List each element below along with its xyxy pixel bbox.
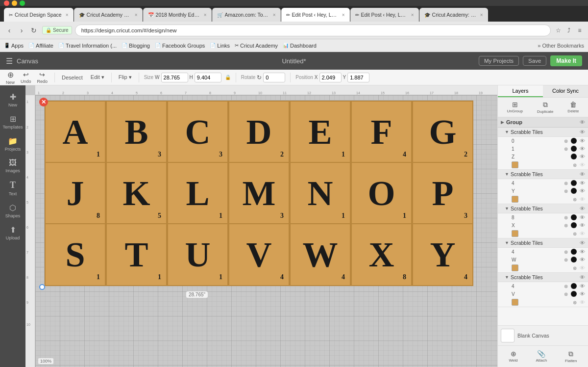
- flip-button[interactable]: Flip ▾: [117, 73, 134, 81]
- deselect-button[interactable]: Deselect: [60, 74, 85, 81]
- traffic-light-red[interactable]: [4, 0, 9, 6]
- layer-item-Z[interactable]: Z 👁: [498, 153, 588, 160]
- tab-editorial[interactable]: 📅 2018 Monthly Editorial... ×: [143, 8, 212, 22]
- tab-edit-post-active[interactable]: ✏ Edit Post ‹ Hey, Let's Make S... ×: [281, 8, 350, 22]
- layer-item-4a[interactable]: 4 ⊗ 👁: [498, 179, 588, 187]
- width-input[interactable]: [161, 73, 188, 82]
- duplicate-button[interactable]: ⧉ Duplicate: [535, 100, 555, 115]
- canvas-content[interactable]: ✕ A1 B3 C3 D2 E1 F4 G2 J8 K5 L1 M3 N1 O1: [35, 95, 497, 367]
- bookmark-travel[interactable]: 📄Travel Information (...: [58, 43, 117, 49]
- back-button[interactable]: ‹: [4, 25, 15, 36]
- eye-group2[interactable]: 👁: [580, 171, 585, 177]
- x-icon-1[interactable]: ⊗: [564, 146, 568, 152]
- bookmark-cricut-academy[interactable]: ✂Cricut Academy: [235, 43, 278, 49]
- scrabble-group-2-header[interactable]: ▼ Scrabble Tiles 👁: [498, 170, 588, 179]
- edit-button[interactable]: Edit ▾: [89, 73, 106, 81]
- layer-item-W[interactable]: W ⊗ 👁: [498, 256, 588, 263]
- tab-amazon[interactable]: 🛒 Amazon.com: Tooling Le... ×: [212, 8, 281, 22]
- attach-button[interactable]: 📎 Attach: [534, 349, 549, 364]
- eye-0[interactable]: 👁: [580, 138, 585, 144]
- ungroup-button[interactable]: ⊞ UnGroup: [505, 100, 525, 115]
- sidebar-item-templates[interactable]: ⊞ Templates: [1, 111, 24, 132]
- scrabble-group-3-header[interactable]: ▼ Scrabble Tiles 👁: [498, 204, 588, 213]
- layer-item-Vc[interactable]: V ⊗ 👁: [498, 290, 588, 298]
- layer-color-1[interactable]: ⊗ 👁: [498, 160, 588, 169]
- eye-group5[interactable]: 👁: [580, 274, 585, 280]
- layer-item-0[interactable]: 0 ⊗ 👁: [498, 137, 588, 145]
- layer-item-8[interactable]: 8 ⊗ 👁: [498, 213, 588, 221]
- tab-layers[interactable]: Layers: [498, 85, 543, 97]
- delete-button[interactable]: 🗑 Delete: [565, 100, 581, 115]
- tile-E: E1: [290, 101, 351, 163]
- eye-group1[interactable]: 👁: [580, 129, 585, 135]
- x-color1[interactable]: ⊗: [573, 162, 577, 168]
- traffic-light-green[interactable]: [20, 0, 25, 6]
- tab-cricut-design-space[interactable]: ✂ Cricut Design Space ×: [4, 8, 74, 22]
- eye-Z[interactable]: 👁: [580, 154, 585, 159]
- scrabble-group-5-header[interactable]: ▼ Scrabble Tiles 👁: [498, 273, 588, 282]
- refresh-button[interactable]: ↻: [28, 25, 39, 36]
- eye-icon[interactable]: 👁: [580, 119, 585, 125]
- group-header[interactable]: ▶ Group 👁: [498, 117, 588, 128]
- layer-color-2[interactable]: ⊗ 👁: [498, 195, 588, 204]
- layer-color-5[interactable]: ⊗ 👁: [498, 298, 588, 307]
- layer-item-Ya[interactable]: Y ⊗ 👁: [498, 187, 588, 195]
- tab-edit-post-2[interactable]: ✏ Edit Post ‹ Hey, Let's Make S... ×: [350, 8, 419, 22]
- eye-1[interactable]: 👁: [580, 146, 585, 152]
- scrabble-group-1-header[interactable]: ▼ Scrabble Tiles 👁: [498, 128, 588, 137]
- layer-item-1[interactable]: 1 ⊗ 👁: [498, 145, 588, 153]
- sidebar-item-shapes[interactable]: ⬡ Shapes: [1, 200, 24, 221]
- bookmark-facebook[interactable]: 📄Facebook Groups: [155, 43, 205, 49]
- eye-color1[interactable]: 👁: [580, 162, 585, 168]
- tab-projects[interactable]: 🎓 Cricut Academy: Projects &... ×: [419, 8, 488, 22]
- flatten-button[interactable]: ⧉ Flatten: [563, 349, 579, 364]
- address-input[interactable]: [75, 25, 551, 36]
- y-input[interactable]: [347, 73, 369, 82]
- undo-button[interactable]: ↩ Undo: [19, 70, 33, 85]
- save-button[interactable]: Save: [523, 56, 546, 66]
- tab-color-sync[interactable]: Color Sync: [543, 85, 588, 97]
- scrabble-group-4-header[interactable]: ▼ Scrabble Tiles 👁: [498, 238, 588, 248]
- sidebar-item-new[interactable]: ✚ New: [1, 89, 24, 110]
- traffic-light-yellow[interactable]: [12, 0, 17, 6]
- x-icon-4a[interactable]: ⊗: [564, 181, 568, 186]
- resize-handle-bl[interactable]: [39, 284, 45, 290]
- rotate-input[interactable]: [263, 73, 285, 82]
- bookmark-blogging[interactable]: 📄Blogging: [122, 43, 150, 49]
- sidebar-item-projects[interactable]: 📁 Projects: [1, 133, 24, 155]
- star-icon[interactable]: ☆: [554, 26, 563, 35]
- sidebar-item-upload[interactable]: ⬆ Upload: [1, 222, 24, 243]
- layer-item-4b[interactable]: 4 ⊗ 👁: [498, 248, 588, 256]
- forward-button[interactable]: ›: [16, 25, 27, 36]
- sidebar-item-text[interactable]: T Text: [1, 177, 24, 199]
- bookmark-links[interactable]: 📄Links: [210, 43, 230, 49]
- hamburger-menu[interactable]: ☰: [6, 56, 13, 66]
- canvas-area[interactable]: 1 2 3 4 5 6 7 8 9 10 11 12 13 14 15 16 1…: [25, 85, 497, 367]
- height-input[interactable]: [195, 73, 221, 82]
- layer-color-4[interactable]: ⊗ 👁: [498, 263, 588, 272]
- bookmark-affiliate[interactable]: 📄Affiliate: [28, 43, 53, 49]
- layer-item-Xb[interactable]: X ⊗ 👁: [498, 221, 588, 229]
- weld-button[interactable]: ⊕ Weld: [507, 349, 519, 364]
- tile-V: V4: [228, 223, 290, 286]
- eye-group4[interactable]: 👁: [580, 240, 585, 246]
- settings-icon[interactable]: ≡: [575, 26, 584, 35]
- share-icon[interactable]: ⤴: [564, 26, 573, 35]
- sidebar-item-images[interactable]: 🖼 Images: [1, 156, 24, 176]
- address-bar: ‹ › ↻ 🔒 Secure ☆ ⤴ ≡: [0, 22, 588, 39]
- x-icon-0[interactable]: ⊗: [564, 138, 568, 144]
- make-it-button[interactable]: Make It: [550, 55, 582, 66]
- delete-selection-button[interactable]: ✕: [39, 98, 48, 106]
- redo-button[interactable]: ↪ Redo: [35, 70, 50, 85]
- eye-group3[interactable]: 👁: [580, 206, 585, 211]
- nav-buttons: ‹ › ↻: [4, 25, 39, 36]
- layer-color-3[interactable]: ⊗ 👁: [498, 229, 588, 238]
- tab-cricut-academy[interactable]: 🎓 Cricut Academy Course... ×: [74, 8, 143, 22]
- layer-item-4c[interactable]: 4 ⊗ 👁: [498, 282, 588, 290]
- new-button[interactable]: ⊕ New: [4, 69, 17, 86]
- bookmark-dashboard[interactable]: 📊Dashboard: [283, 43, 317, 49]
- x-input[interactable]: [319, 73, 342, 82]
- my-projects-button[interactable]: My Projects: [479, 56, 519, 66]
- other-bookmarks[interactable]: » Other Bookmarks: [538, 43, 584, 49]
- bookmark-apps[interactable]: 📱Apps: [4, 43, 24, 49]
